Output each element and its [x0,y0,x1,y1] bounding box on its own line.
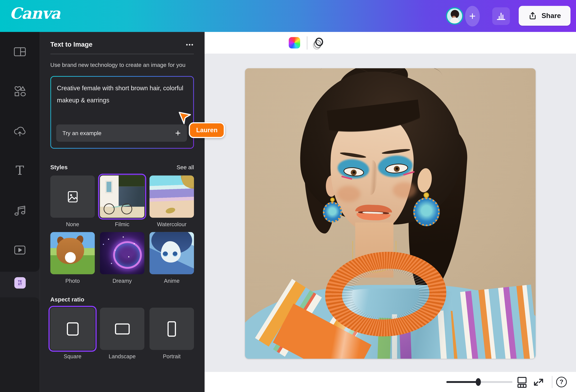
style-label: Photo [65,278,80,284]
style-thumb-anime[interactable] [149,232,194,274]
plus-icon: + [175,127,181,139]
grid-view-button[interactable] [516,376,528,388]
prompt-value: Creative female with short brown hair, c… [51,77,193,107]
landscape-shape-icon [115,323,130,334]
aspect-thumb-landscape[interactable] [100,308,144,350]
style-thumb-filmic-selected[interactable] [100,175,144,218]
footer-divider [552,376,552,388]
style-thumb-none[interactable] [50,175,95,218]
sidebar-item-audio[interactable] [0,202,40,218]
sidebar-item-templates[interactable] [0,44,40,60]
style-thumb-photo[interactable] [50,232,95,274]
try-example-button[interactable]: Try an example + [56,125,187,142]
bar-chart-icon [496,11,507,22]
background-color-swatch[interactable] [289,37,300,49]
sidebar-item-elements[interactable] [0,84,40,99]
style-thumb-dreamy[interactable] [100,232,144,274]
plus-icon: + [469,10,476,23]
aspect-option-square[interactable]: Square [50,308,95,359]
panel-overflow-menu[interactable]: ••• [186,42,194,48]
style-option-watercolour[interactable]: Watercolour [149,175,194,227]
video-icon [14,245,26,255]
aspect-label: Portrait [163,353,181,359]
insights-button[interactable] [492,7,510,25]
zoom-slider[interactable] [446,381,512,383]
aspect-label: Landscape [109,353,136,359]
sidebar-item-uploads[interactable] [0,123,40,140]
style-label: Anime [164,278,179,284]
panel-divider [50,54,194,54]
fullscreen-button[interactable] [533,376,544,388]
help-button[interactable]: ? [556,377,567,387]
style-thumb-watercolour[interactable] [149,175,194,218]
style-label: Dreamy [113,278,132,284]
style-option-dreamy[interactable]: Dreamy [100,232,144,284]
share-button[interactable]: Share [519,6,571,26]
canva-editor: Canva + Share [0,0,576,392]
app-badge-text: TE [18,280,22,283]
rail-upper-section [0,32,40,272]
prompt-textarea[interactable]: Creative female with short brown hair, c… [50,76,194,149]
style-option-filmic[interactable]: Filmic [100,175,144,227]
aspect-label: Square [64,353,81,359]
styles-heading: Styles [50,164,68,171]
music-note-icon [14,205,26,216]
elements-shapes-icon [14,85,26,97]
panel-title: Text to Image [50,41,92,48]
style-label: None [66,221,79,227]
style-label: Filmic [115,221,129,227]
style-option-anime[interactable]: Anime [149,232,194,284]
style-option-none[interactable]: None [50,175,95,227]
styles-grid: None Filmic [50,175,194,284]
templates-icon [14,46,26,57]
app-header: Canva + Share [0,0,576,32]
toolbar-divider [307,36,307,50]
add-collaborator-button[interactable]: + [465,6,480,27]
sidebar-rail: T TE XT [0,32,40,392]
aspect-thumb-portrait[interactable] [149,308,194,350]
canva-logo[interactable]: Canva [9,4,60,23]
rail-lower-section [0,297,40,392]
aspect-ratio-heading: Aspect ratio [50,296,84,303]
share-label: Share [542,12,561,20]
aspect-option-portrait[interactable]: Portrait [149,308,194,359]
panel-description: Use brand new technology to create an im… [50,60,194,70]
try-example-label: Try an example [62,130,102,136]
styles-see-all-link[interactable]: See all [176,164,194,171]
transparency-button[interactable] [311,36,325,50]
style-option-photo[interactable]: Photo [50,232,95,284]
zoom-slider-thumb[interactable] [476,378,481,386]
aspect-ratio-grid: Square Landscape Portrait [50,308,194,359]
cloud-upload-icon [13,126,27,137]
zoom-slider-fill [446,381,478,383]
app-badge-text2: XT [18,283,22,286]
collaborator-name-badge: Lauren [189,122,225,138]
canvas-toolbar [204,32,576,54]
aspect-option-landscape[interactable]: Landscape [100,308,144,359]
aspect-thumb-square-selected[interactable] [50,308,95,350]
share-icon [528,11,537,20]
sidebar-item-text[interactable]: T [0,162,40,178]
text-tool-icon: T [16,164,24,177]
canvas-footer: ? [204,372,576,392]
sidebar-item-video[interactable] [0,242,40,258]
portrait-shape-icon [168,321,176,336]
user-avatar[interactable] [446,7,463,25]
generated-image-card[interactable] [245,68,536,359]
text-to-image-panel: Text to Image ••• Use brand new technolo… [40,32,204,392]
image-placeholder-icon [66,190,79,203]
style-label: Watercolour [157,221,186,227]
square-shape-icon [67,322,78,335]
sidebar-item-text-to-image-app[interactable]: TE XT [14,277,26,289]
question-icon: ? [560,378,563,386]
